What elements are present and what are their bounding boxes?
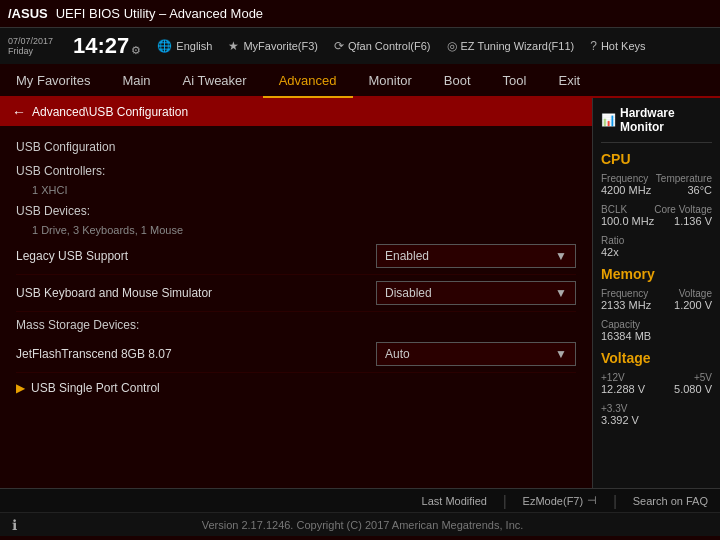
hw-monitor-panel: 📊 Hardware Monitor CPU Frequency 4200 MH… xyxy=(592,98,720,488)
ez-mode-button[interactable]: EzMode(F7) ⊣ xyxy=(523,494,598,507)
mem-capacity-label: Capacity xyxy=(601,319,712,330)
cpu-freq-row: Frequency 4200 MHz Temperature 36°C xyxy=(601,173,712,200)
eztuning-label: EZ Tuning Wizard(F11) xyxy=(461,40,575,52)
separator-2: | xyxy=(613,493,617,509)
cpu-corevolt-value: 1.136 V xyxy=(654,215,712,227)
cpu-freq-value: 4200 MHz xyxy=(601,184,651,196)
nav-bar: My Favorites Main Ai Tweaker Advanced Mo… xyxy=(0,64,720,98)
globe-icon: 🌐 xyxy=(157,39,172,53)
mem-volt-value: 1.200 V xyxy=(674,299,712,311)
keyboard-sim-label: USB Keyboard and Mouse Simulator xyxy=(16,286,376,300)
cpu-ratio-row: Ratio 42x xyxy=(601,235,712,258)
usb-config-title: USB Configuration xyxy=(16,134,576,158)
usb-devices-value: 1 Drive, 3 Keyboards, 1 Mouse xyxy=(16,222,576,238)
legacy-usb-label: Legacy USB Support xyxy=(16,249,376,263)
cpu-temp-label: Temperature xyxy=(656,173,712,184)
main-layout: ← Advanced\USB Configuration USB Configu… xyxy=(0,98,720,488)
keyboard-sim-row: USB Keyboard and Mouse Simulator Disable… xyxy=(16,275,576,312)
cpu-ratio-value: 42x xyxy=(601,246,712,258)
cpu-bclk-row: BCLK 100.0 MHz Core Voltage 1.136 V xyxy=(601,204,712,231)
hotkeys-button[interactable]: ? Hot Keys xyxy=(590,39,645,53)
usb-devices-title: USB Devices: xyxy=(16,198,576,222)
cpu-bclk-value: 100.0 MHz xyxy=(601,215,654,227)
jetflash-label: JetFlashTranscend 8GB 8.07 xyxy=(16,347,376,361)
content-area: ← Advanced\USB Configuration USB Configu… xyxy=(0,98,592,488)
bottom-bar: Last Modified | EzMode(F7) ⊣ | Search on… xyxy=(0,488,720,512)
day-text: Friday xyxy=(8,46,53,56)
asus-logo: /ASUS xyxy=(8,6,48,21)
hotkeys-icon: ? xyxy=(590,39,597,53)
volt-12v-row: +12V 12.288 V +5V 5.080 V xyxy=(601,372,712,399)
hw-monitor-title: 📊 Hardware Monitor xyxy=(601,106,712,143)
volt-12v-label: +12V xyxy=(601,372,645,383)
nav-boot[interactable]: Boot xyxy=(428,64,487,98)
breadcrumb-back-icon[interactable]: ← xyxy=(12,104,26,120)
expand-arrow-icon: ▶ xyxy=(16,381,25,395)
mem-capacity-value: 16384 MB xyxy=(601,330,712,342)
mem-freq-value: 2133 MHz xyxy=(601,299,651,311)
voltage-section-title: Voltage xyxy=(601,350,712,366)
mem-volt-label: Voltage xyxy=(674,288,712,299)
info-bar: 07/07/2017 Friday 14:27 ⚙ 🌐 English ★ My… xyxy=(0,28,720,64)
mass-storage-title: Mass Storage Devices: xyxy=(16,312,576,336)
volt-5v-value: 5.080 V xyxy=(674,383,712,395)
ez-mode-icon: ⊣ xyxy=(587,494,597,507)
cpu-ratio-label: Ratio xyxy=(601,235,712,246)
usb-controllers-title: USB Controllers: xyxy=(16,158,576,182)
usb-single-port-label: USB Single Port Control xyxy=(31,381,160,395)
jetflash-row: JetFlashTranscend 8GB 8.07 Auto ▼ xyxy=(16,336,576,373)
myfavorites-button[interactable]: ★ MyFavorite(F3) xyxy=(228,39,318,53)
volt-33v-label: +3.3V xyxy=(601,403,712,414)
legacy-usb-row: Legacy USB Support Enabled ▼ xyxy=(16,238,576,275)
language-label: English xyxy=(176,40,212,52)
clock-display: 14:27 xyxy=(73,35,129,57)
cpu-section-title: CPU xyxy=(601,151,712,167)
usb-single-port-row[interactable]: ▶ USB Single Port Control xyxy=(16,373,576,403)
volt-5v-label: +5V xyxy=(674,372,712,383)
nav-my-favorites[interactable]: My Favorites xyxy=(0,64,106,98)
jetflash-value: Auto xyxy=(385,347,410,361)
keyboard-sim-select[interactable]: Disabled ▼ xyxy=(376,281,576,305)
nav-main[interactable]: Main xyxy=(106,64,166,98)
keyboard-sim-value: Disabled xyxy=(385,286,432,300)
eztuning-button[interactable]: ◎ EZ Tuning Wizard(F11) xyxy=(447,39,575,53)
favorites-icon: ★ xyxy=(228,39,239,53)
breadcrumb-path: Advanced\USB Configuration xyxy=(32,105,188,119)
nav-exit[interactable]: Exit xyxy=(542,64,596,98)
myfavorites-label: MyFavorite(F3) xyxy=(243,40,318,52)
keyboard-sim-arrow-icon: ▼ xyxy=(555,286,567,300)
hw-monitor-label: Hardware Monitor xyxy=(620,106,712,134)
cpu-corevolt-label: Core Voltage xyxy=(654,204,712,215)
legacy-usb-select[interactable]: Enabled ▼ xyxy=(376,244,576,268)
jetflash-select[interactable]: Auto ▼ xyxy=(376,342,576,366)
mem-freq-row: Frequency 2133 MHz Voltage 1.200 V xyxy=(601,288,712,315)
mem-freq-label: Frequency xyxy=(601,288,651,299)
volt-12v-value: 12.288 V xyxy=(601,383,645,395)
nav-tool[interactable]: Tool xyxy=(487,64,543,98)
clock-gear-icon[interactable]: ⚙ xyxy=(131,44,141,57)
fan-icon: ⟳ xyxy=(334,39,344,53)
cpu-temp-value: 36°C xyxy=(656,184,712,196)
qfan-button[interactable]: ⟳ Qfan Control(F6) xyxy=(334,39,431,53)
nav-monitor[interactable]: Monitor xyxy=(353,64,428,98)
legacy-usb-value: Enabled xyxy=(385,249,429,263)
language-selector[interactable]: 🌐 English xyxy=(157,39,212,53)
nav-advanced[interactable]: Advanced xyxy=(263,64,353,98)
nav-ai-tweaker[interactable]: Ai Tweaker xyxy=(167,64,263,98)
qfan-label: Qfan Control(F6) xyxy=(348,40,431,52)
copyright-text: Version 2.17.1246. Copyright (C) 2017 Am… xyxy=(17,519,708,531)
mem-capacity-row: Capacity 16384 MB xyxy=(601,319,712,342)
tuning-icon: ◎ xyxy=(447,39,457,53)
hotkeys-label: Hot Keys xyxy=(601,40,646,52)
breadcrumb[interactable]: ← Advanced\USB Configuration xyxy=(0,98,592,126)
title-text: UEFI BIOS Utility – Advanced Mode xyxy=(56,6,263,21)
search-faq-button[interactable]: Search on FAQ xyxy=(633,495,708,507)
datetime-block: 07/07/2017 Friday xyxy=(8,36,53,56)
cpu-freq-label: Frequency xyxy=(601,173,651,184)
memory-section-title: Memory xyxy=(601,266,712,282)
separator-1: | xyxy=(503,493,507,509)
jetflash-arrow-icon: ▼ xyxy=(555,347,567,361)
volt-33v-value: 3.392 V xyxy=(601,414,712,426)
title-bar: /ASUS UEFI BIOS Utility – Advanced Mode xyxy=(0,0,720,28)
cpu-bclk-label: BCLK xyxy=(601,204,654,215)
